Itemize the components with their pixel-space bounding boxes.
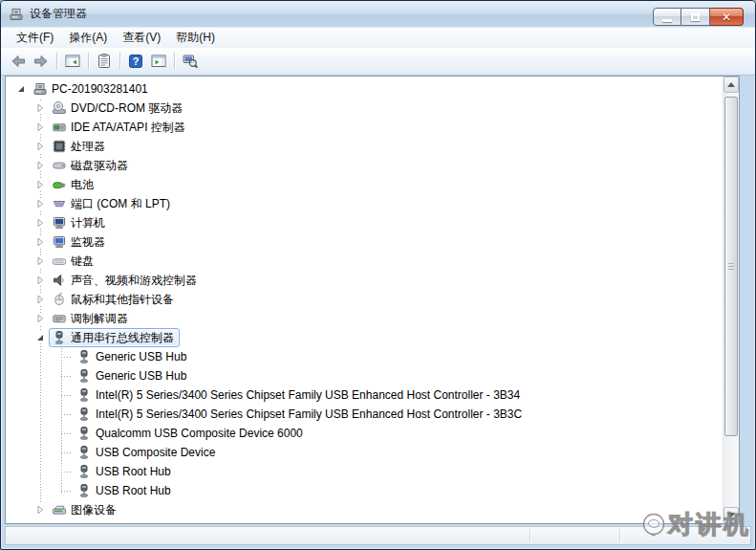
back-icon: [10, 53, 27, 70]
tree-item-keyboards[interactable]: 键盘: [6, 252, 723, 271]
tree-item-ports[interactable]: 端口 (COM 和 LPT): [6, 194, 723, 213]
tree-item-mice[interactable]: 鼠标和其他指针设备: [6, 290, 723, 309]
usb-device-icon: [76, 464, 92, 479]
tree-item-dvd-cdrom[interactable]: DVD/CD-ROM 驱动器: [6, 99, 723, 118]
collapsed-triangle-icon[interactable]: [34, 102, 46, 114]
usb-device-icon: [76, 426, 92, 441]
minimize-button[interactable]: [653, 8, 681, 26]
window-controls: ✕: [653, 8, 744, 26]
tree-item-ide-controllers[interactable]: IDE ATA/ATAPI 控制器: [6, 118, 723, 137]
properties-icon: [96, 53, 113, 70]
close-icon: ✕: [722, 11, 731, 23]
usb-device-icon: [76, 349, 92, 364]
computer-root-icon: [32, 81, 48, 97]
device-manager-window: 设备管理器 ✕ 文件(F) 操作(A) 查看(V) 帮助(H): [0, 0, 756, 550]
status-bar: [5, 526, 751, 545]
collapsed-triangle-icon[interactable]: [34, 121, 46, 133]
close-button[interactable]: ✕: [710, 8, 744, 26]
monitor-icon: [52, 234, 67, 250]
device-tree-panel: PC-201903281401 DVD/CD-ROM 驱动器 IDE ATA/A…: [5, 76, 740, 524]
svg-text:?: ?: [133, 55, 140, 67]
properties-button[interactable]: [93, 50, 116, 73]
help-button[interactable]: ?: [124, 50, 147, 73]
tree-item-usb-root-hub-1[interactable]: USB Root Hub: [6, 462, 723, 481]
status-bar-divider: [619, 529, 620, 542]
expanded-triangle-icon[interactable]: [34, 332, 46, 343]
collapsed-triangle-icon[interactable]: [34, 255, 46, 267]
scroll-up-button[interactable]: [724, 77, 739, 93]
menu-file[interactable]: 文件(F): [9, 27, 61, 49]
help-icon: ?: [127, 53, 144, 70]
tree-item-intel-usb-3b34[interactable]: Intel(R) 5 Series/3400 Series Chipset Fa…: [6, 385, 723, 405]
tree-item-computer[interactable]: 计算机: [6, 213, 723, 232]
audio-controller-icon: [52, 273, 67, 288]
dvd-drive-icon: [52, 100, 67, 116]
toolbar-separator: [88, 53, 89, 70]
tree-item-intel-usb-3b3c[interactable]: Intel(R) 5 Series/3400 Series Chipset Fa…: [6, 405, 723, 424]
tree-item-sound-video-game[interactable]: 声音、视频和游戏控制器: [6, 271, 723, 290]
show-action-pane-button[interactable]: [147, 50, 170, 73]
tree-item-usb-root-hub-2[interactable]: USB Root Hub: [6, 481, 723, 500]
processor-icon: [52, 139, 67, 154]
vertical-scrollbar[interactable]: [723, 77, 739, 523]
toolbar-separator: [56, 53, 57, 70]
tree-item-monitors[interactable]: 监视器: [6, 232, 723, 252]
forward-icon: [32, 53, 50, 70]
tree-item-disk-drives[interactable]: 磁盘驱动器: [6, 156, 723, 175]
usb-device-icon: [76, 483, 92, 498]
tree-item-imaging-devices[interactable]: 图像设备: [6, 500, 723, 519]
collapsed-triangle-icon[interactable]: [34, 504, 46, 516]
arrow-up-icon: [727, 82, 735, 87]
tree-item-generic-usb-hub-2[interactable]: Generic USB Hub: [6, 366, 723, 385]
collapsed-triangle-icon[interactable]: [34, 160, 46, 171]
show-console-tree-button[interactable]: [61, 50, 84, 73]
ide-controller-icon: [52, 120, 67, 135]
expanded-triangle-icon[interactable]: [15, 83, 27, 95]
usb-device-icon: [76, 445, 92, 460]
collapsed-triangle-icon[interactable]: [34, 179, 46, 190]
toolbar: ?: [1, 48, 755, 76]
usb-device-icon: [76, 387, 92, 403]
menu-view[interactable]: 查看(V): [115, 27, 168, 49]
tree-item-batteries[interactable]: 电池: [6, 175, 723, 194]
collapsed-triangle-icon[interactable]: [34, 294, 46, 305]
tree-guide-line: [61, 348, 62, 493]
tree-item-generic-usb-hub-1[interactable]: Generic USB Hub: [6, 347, 723, 366]
maximize-button[interactable]: [681, 8, 710, 26]
battery-icon: [52, 177, 67, 192]
menu-bar: 文件(F) 操作(A) 查看(V) 帮助(H): [1, 27, 755, 48]
back-button[interactable]: [7, 50, 30, 73]
tree-item-root[interactable]: PC-201903281401: [6, 79, 723, 99]
collapsed-triangle-icon[interactable]: [34, 236, 46, 248]
tree-item-modems[interactable]: 调制解调器: [6, 309, 723, 328]
collapsed-triangle-icon[interactable]: [34, 198, 46, 209]
toolbar-separator: [119, 53, 120, 70]
usb-device-icon: [76, 368, 92, 384]
menu-action[interactable]: 操作(A): [61, 27, 115, 49]
tree-item-usb-composite-device[interactable]: USB Composite Device: [6, 443, 723, 462]
tree-item-usb-controllers[interactable]: 通用串行总线控制器: [6, 328, 723, 347]
scan-hardware-changes-button[interactable]: [179, 50, 202, 73]
status-bar-divider: [529, 529, 530, 542]
imaging-device-icon: [52, 502, 67, 517]
usb-controller-icon: [52, 330, 67, 345]
modem-icon: [52, 311, 67, 326]
forward-button[interactable]: [30, 50, 53, 73]
collapsed-triangle-icon[interactable]: [34, 217, 46, 229]
title-bar: 设备管理器 ✕: [1, 1, 755, 27]
menu-help[interactable]: 帮助(H): [168, 27, 223, 49]
scan-hardware-changes-icon: [182, 53, 199, 70]
collapsed-triangle-icon[interactable]: [34, 141, 46, 152]
tree-item-processors[interactable]: 处理器: [6, 137, 723, 156]
keyboard-icon: [52, 253, 67, 269]
window-title: 设备管理器: [30, 6, 87, 22]
collapsed-triangle-icon[interactable]: [34, 313, 46, 324]
minimize-icon: [662, 19, 672, 22]
disk-drive-icon: [52, 158, 67, 173]
scroll-down-button[interactable]: [724, 507, 739, 523]
scrollbar-thumb[interactable]: [724, 97, 738, 436]
usb-device-icon: [76, 407, 92, 422]
tree-item-qualcomm-usb-composite[interactable]: Qualcomm USB Composite Device 6000: [6, 424, 723, 443]
show-console-tree-icon: [64, 53, 81, 70]
collapsed-triangle-icon[interactable]: [34, 275, 46, 286]
